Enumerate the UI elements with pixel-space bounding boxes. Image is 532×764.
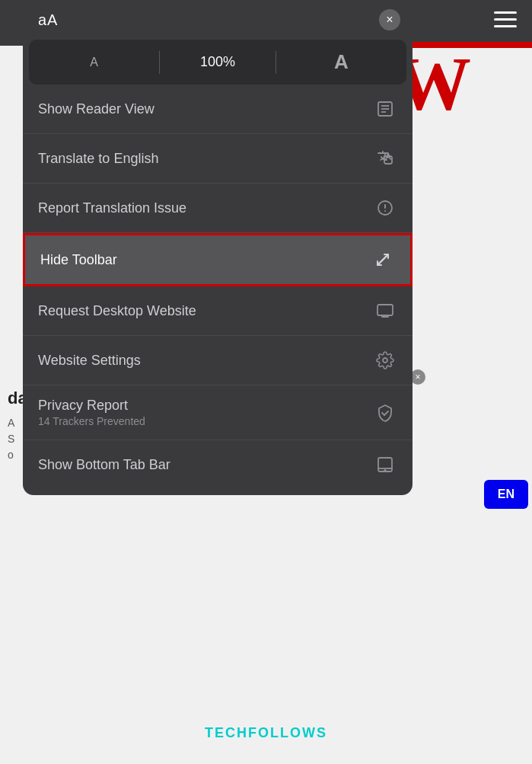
menu-item-title: Request Desktop Website: [38, 303, 196, 319]
menu-item-show-bottom-tab[interactable]: Show Bottom Tab Bar: [23, 440, 413, 489]
menu-item-left: Request Desktop Website: [38, 303, 196, 319]
reader-view-icon: [373, 97, 397, 121]
menu-item-left: Privacy Report 14 Trackers Prevented: [38, 398, 145, 427]
open-button[interactable]: EN: [484, 480, 528, 509]
menu-item-title: Privacy Report: [38, 398, 145, 414]
menu-item-left: Website Settings: [38, 353, 141, 369]
close-button[interactable]: ×: [379, 9, 400, 30]
menu-item-title: Hide Toolbar: [40, 252, 117, 268]
desktop-icon: [373, 299, 397, 323]
bottom-tab-icon: [373, 452, 397, 477]
dropdown-panel: aA × A 100% A Show Reader View: [23, 0, 413, 495]
hide-toolbar-icon: [371, 248, 395, 272]
hamburger-icon: [494, 11, 517, 27]
menu-item-title: Website Settings: [38, 353, 141, 369]
menu-item-title: Report Translation Issue: [38, 200, 186, 216]
font-large-label: A: [334, 50, 349, 74]
menu-item-left: Show Reader View: [38, 101, 155, 117]
menu-item-hide-toolbar[interactable]: Hide Toolbar: [23, 233, 413, 286]
menu-item-report-translation[interactable]: Report Translation Issue: [23, 184, 413, 233]
menu-item-left: Report Translation Issue: [38, 200, 186, 216]
menu-item-translate[interactable]: Translate to English: [23, 134, 413, 184]
svg-point-7: [384, 210, 386, 212]
menu-item-title: Translate to English: [38, 151, 158, 167]
menu-item-left: Hide Toolbar: [40, 252, 117, 268]
font-small-label: A: [90, 56, 98, 69]
settings-icon: [373, 348, 397, 372]
techfollows-watermark: TECHFOLLOWS: [205, 725, 327, 741]
privacy-icon: [373, 401, 397, 425]
menu-item-show-reader-view[interactable]: Show Reader View: [23, 85, 413, 134]
report-icon: [373, 196, 397, 220]
svg-point-14: [383, 358, 387, 363]
ad-close-icon: ×: [410, 369, 425, 385]
menu-item-left: Translate to English: [38, 151, 158, 167]
menu-item-title: Show Bottom Tab Bar: [38, 457, 170, 473]
svg-line-10: [377, 254, 388, 265]
menu-item-request-desktop[interactable]: Request Desktop Website: [23, 286, 413, 336]
svg-rect-11: [377, 305, 393, 315]
content-subtext: A S o: [8, 415, 14, 463]
translate-icon: [373, 146, 397, 171]
font-size-row: A 100% A: [29, 40, 406, 85]
dropdown-topbar: aA ×: [23, 0, 413, 40]
privacy-report-subtitle: 14 Trackers Prevented: [38, 415, 145, 427]
menu-item-title: Show Reader View: [38, 101, 155, 117]
menu-item-website-settings[interactable]: Website Settings: [23, 336, 413, 385]
font-increase-button[interactable]: A: [276, 40, 406, 85]
font-decrease-button[interactable]: A: [29, 45, 159, 80]
menu-item-left: Show Bottom Tab Bar: [38, 457, 170, 473]
menu-item-privacy-report[interactable]: Privacy Report 14 Trackers Prevented: [23, 385, 413, 440]
aa-label: aA: [38, 11, 58, 29]
font-percent-label: 100%: [160, 43, 275, 81]
